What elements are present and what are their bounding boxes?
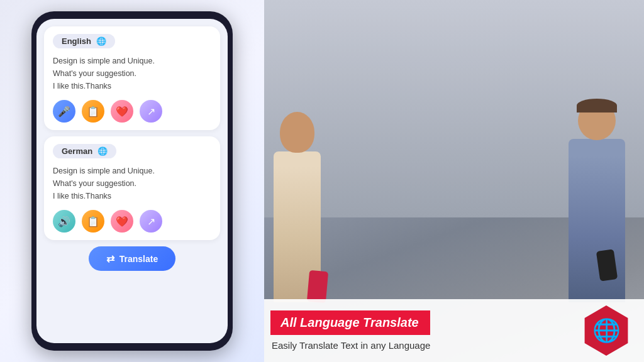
copy-button-source[interactable]: 📋 — [82, 100, 104, 123]
translate-icon: ⇄ — [106, 253, 114, 265]
woman-phone — [307, 270, 328, 303]
target-text: Design is simple and Unique.What's your … — [53, 165, 211, 202]
subtitle-text: Easily Translate Text in any Language — [270, 340, 430, 351]
left-panel: English 🌐 Design is simple and Unique.Wh… — [0, 0, 264, 362]
target-language-selector[interactable]: German 🌐 — [53, 144, 116, 158]
source-globe-icon: 🌐 — [96, 36, 106, 46]
woman-hair — [275, 109, 319, 137]
translate-button-label: Translate — [119, 254, 158, 264]
source-card: English 🌐 Design is simple and Unique.Wh… — [44, 26, 220, 130]
right-panel: All Language Translate Easily Translate … — [264, 0, 644, 362]
bottom-text-area: All Language Translate Easily Translate … — [270, 310, 430, 351]
copy-button-target[interactable]: 📋 — [82, 210, 104, 233]
target-language-label: German — [62, 146, 92, 156]
source-language-label: English — [62, 36, 91, 46]
favorite-button-source[interactable]: ❤️ — [111, 100, 133, 123]
woman-head — [280, 112, 314, 153]
share-button-target[interactable]: ↗ — [140, 210, 162, 233]
source-action-buttons: 🎤 📋 ❤️ ↗ — [53, 100, 211, 123]
phone-mockup: English 🌐 Design is simple and Unique.Wh… — [31, 11, 233, 351]
speaker-button[interactable]: 🔊 — [53, 210, 75, 233]
target-action-buttons: 🔊 📋 ❤️ ↗ — [53, 210, 211, 233]
favorite-button-target[interactable]: ❤️ — [111, 210, 133, 233]
bottom-overlay: All Language Translate Easily Translate … — [264, 299, 644, 362]
microphone-button[interactable]: 🎤 — [53, 100, 75, 123]
phone-screen: English 🌐 Design is simple and Unique.Wh… — [36, 19, 228, 343]
globe-hex-icon: 🌐 — [592, 317, 621, 344]
source-language-selector[interactable]: English 🌐 — [53, 34, 115, 48]
share-button-source[interactable]: ↗ — [140, 100, 162, 123]
globe-hexagon: 🌐 — [581, 305, 631, 356]
source-text: Design is simple and Unique.What's your … — [53, 55, 211, 92]
target-card: German 🌐 Design is simple and Unique.Wha… — [44, 136, 220, 240]
main-title: All Language Translate — [280, 315, 419, 329]
target-globe-icon: 🌐 — [97, 146, 108, 156]
translate-button[interactable]: ⇄ Translate — [89, 246, 175, 271]
man-head — [578, 101, 616, 140]
title-box: All Language Translate — [270, 310, 430, 335]
